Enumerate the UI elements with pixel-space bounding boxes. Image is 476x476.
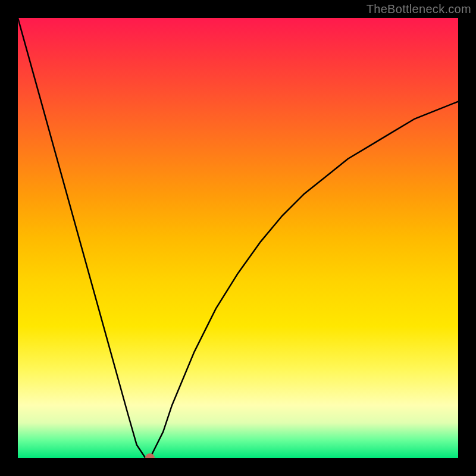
watermark-text: TheBottleneck.com — [367, 2, 471, 16]
plot-area — [18, 18, 458, 458]
optimal-point-marker — [145, 453, 155, 458]
chart-frame: TheBottleneck.com — [0, 0, 476, 476]
bottleneck-curve — [18, 18, 458, 458]
